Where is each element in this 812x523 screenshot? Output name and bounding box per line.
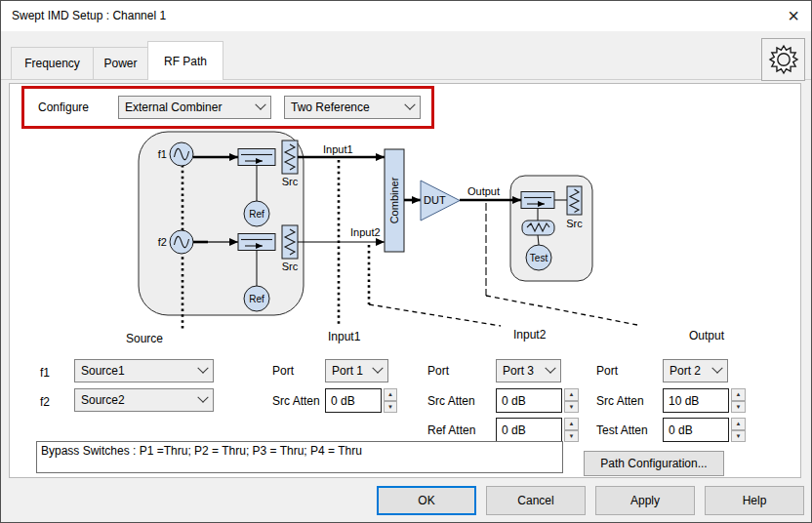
apply-label: Apply: [630, 494, 660, 507]
input2-port-label: Port: [427, 364, 449, 378]
spin-down-icon[interactable]: ▼: [384, 401, 397, 414]
close-icon[interactable]: ×: [778, 2, 809, 29]
f2-label: f2: [40, 395, 50, 409]
f2-source-value: Source2: [81, 393, 125, 407]
reference-config-value: Two Reference: [291, 101, 370, 114]
output-port-value: Port 2: [670, 364, 701, 378]
input2-ref-atten-value: 0 dB: [502, 423, 526, 437]
output-src-atten-field[interactable]: 10 dB: [663, 388, 729, 413]
gear-icon: [764, 40, 803, 79]
cancel-button[interactable]: Cancel: [486, 486, 586, 515]
chevron-down-icon: [255, 100, 265, 110]
titlebar: Swept IMD Setup : Channel 1 ×: [1, 1, 811, 31]
input2-src-atten-field[interactable]: 0 dB: [496, 388, 562, 413]
tab-rf-path[interactable]: RF Path: [147, 41, 223, 80]
output-src-atten-label: Src Atten: [596, 394, 644, 408]
input2-ref-atten-field[interactable]: 0 dB: [496, 418, 562, 442]
tab-power[interactable]: Power: [93, 47, 148, 80]
ok-label: OK: [418, 494, 434, 507]
spin-up-icon[interactable]: ▲: [731, 388, 746, 401]
spin-down-icon[interactable]: ▼: [564, 401, 579, 414]
bypass-switches-status: Bypass Switches : P1 =Thru; P2 = Thru; P…: [36, 441, 563, 473]
ok-button[interactable]: OK: [377, 486, 476, 515]
combiner-config-dropdown[interactable]: External Combiner: [118, 96, 271, 119]
chevron-down-icon: [372, 363, 383, 374]
output-test-atten-spinner: ▲ ▼: [731, 418, 746, 442]
path-configuration-label: Path Configuration...: [600, 457, 707, 470]
output-port-label: Port: [596, 364, 618, 378]
input1-port-dropdown[interactable]: Port 1: [325, 359, 388, 382]
tab-rf-path-label: RF Path: [164, 55, 207, 68]
help-label: Help: [743, 494, 767, 507]
output-test-atten-field[interactable]: 0 dB: [663, 418, 729, 442]
input1-port-label: Port: [272, 364, 294, 378]
spin-down-icon[interactable]: ▼: [731, 401, 746, 414]
input1-port-value: Port 1: [332, 364, 363, 378]
tab-frequency[interactable]: Frequency: [11, 47, 94, 80]
input2-src-atten-value: 0 dB: [502, 394, 526, 408]
chevron-down-icon: [404, 100, 415, 110]
chevron-down-icon: [545, 363, 555, 374]
output-test-atten-value: 0 dB: [669, 423, 693, 437]
tab-power-label: Power: [103, 57, 137, 70]
configure-label: Configure: [38, 101, 89, 114]
output-src-atten-spinner: ▲ ▼: [731, 388, 746, 413]
spin-up-icon[interactable]: ▲: [384, 388, 397, 401]
input2-ref-atten-spinner: ▲ ▼: [564, 418, 579, 442]
reference-config-dropdown[interactable]: Two Reference: [284, 96, 421, 119]
apply-button[interactable]: Apply: [595, 486, 695, 515]
chevron-down-icon: [197, 363, 208, 374]
input2-port-value: Port 3: [503, 364, 534, 378]
help-button[interactable]: Help: [705, 486, 804, 515]
window-title: Swept IMD Setup : Channel 1: [12, 9, 166, 22]
path-configuration-button[interactable]: Path Configuration...: [584, 451, 724, 476]
spin-down-icon[interactable]: ▼: [564, 430, 579, 443]
output-test-atten-label: Test Atten: [596, 423, 648, 437]
chevron-down-icon: [197, 392, 208, 403]
swept-imd-setup-dialog: Swept IMD Setup : Channel 1 × Frequency …: [0, 0, 812, 523]
f2-source-dropdown[interactable]: Source2: [74, 388, 214, 412]
input2-src-atten-spinner: ▲ ▼: [564, 388, 579, 413]
output-src-atten-value: 10 dB: [669, 394, 699, 408]
cancel-label: Cancel: [517, 494, 553, 507]
output-port-dropdown[interactable]: Port 2: [663, 359, 728, 382]
input2-ref-atten-label: Ref Atten: [427, 423, 475, 437]
input2-port-dropdown[interactable]: Port 3: [496, 359, 561, 382]
combiner-config-value: External Combiner: [125, 101, 222, 114]
input1-src-atten-field[interactable]: 0 dB: [325, 388, 382, 413]
input1-src-atten-label: Src Atten: [272, 394, 320, 408]
bypass-switches-text: Bypass Switches : P1 =Thru; P2 = Thru; P…: [41, 444, 362, 458]
f1-source-value: Source1: [81, 364, 125, 378]
input1-src-atten-value: 0 dB: [331, 394, 355, 408]
settings-gear-button[interactable]: [761, 38, 805, 81]
spin-up-icon[interactable]: ▲: [731, 418, 746, 430]
f1-source-dropdown[interactable]: Source1: [74, 359, 214, 382]
chevron-down-icon: [711, 363, 722, 374]
spin-up-icon[interactable]: ▲: [564, 418, 579, 430]
spin-down-icon[interactable]: ▼: [731, 430, 746, 443]
input2-src-atten-label: Src Atten: [427, 394, 475, 408]
spin-up-icon[interactable]: ▲: [564, 388, 579, 401]
tab-frequency-label: Frequency: [24, 57, 80, 70]
input1-src-atten-spinner: ▲ ▼: [384, 388, 397, 413]
f1-label: f1: [40, 366, 50, 380]
